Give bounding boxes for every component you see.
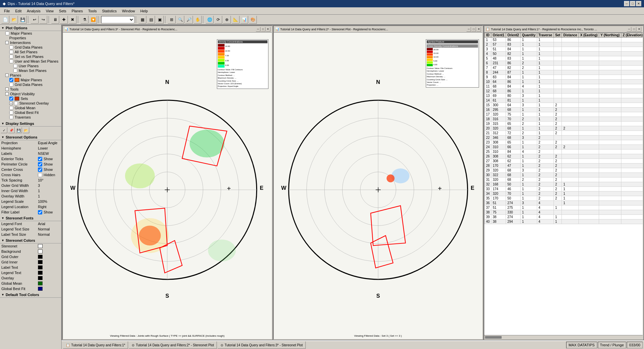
table-row[interactable]: 623186210.5 — [485, 61, 643, 66]
table-row[interactable]: 31320682221 — [485, 177, 643, 182]
sets-checkbox[interactable] — [9, 97, 13, 101]
table-row[interactable]: 126886113 — [485, 89, 643, 94]
plot-options-collapse[interactable]: ▼ — [1, 26, 4, 30]
table-row[interactable]: 37512751411 — [485, 205, 643, 210]
redo-button[interactable]: ↪ — [39, 16, 47, 24]
traverses-checkbox[interactable] — [9, 115, 13, 119]
grid-outer-color-box[interactable] — [38, 255, 43, 259]
table-row[interactable]: 824487110.3 — [485, 70, 643, 75]
legend-text-color-box[interactable] — [38, 271, 43, 275]
menu-help[interactable]: Help — [138, 8, 151, 14]
global-mean-item[interactable]: Global Mean — [0, 106, 61, 110]
menu-edit[interactable]: Edit — [13, 8, 24, 14]
stereonet1-minimize[interactable]: ─ — [256, 27, 260, 32]
filter-label-checkbox[interactable] — [38, 210, 42, 214]
planes-expand[interactable]: - Planes — [0, 73, 61, 78]
perimeter-circle-checkbox[interactable] — [38, 162, 42, 167]
background-color-box[interactable] — [38, 249, 43, 253]
global-best-fit-item[interactable]: Global Best Fit — [0, 110, 61, 115]
sets-item[interactable]: Sets — [0, 96, 61, 101]
user-and-mean-item[interactable]: User and Mean Set Planes — [0, 59, 61, 64]
grid-inner-color-box[interactable] — [38, 260, 43, 264]
table-row[interactable]: 21312722121 — [485, 131, 643, 136]
layout-btn2[interactable]: ▤ — [147, 16, 155, 24]
obj-vis-expand-icon[interactable]: - — [5, 92, 9, 96]
set-vs-set-checkbox[interactable] — [9, 55, 13, 59]
zoom-out[interactable]: 🔎 — [185, 16, 193, 24]
stereonet-overlay-item[interactable]: + Stereonet Overlay — [0, 101, 61, 106]
orient-btn[interactable]: ⊕ — [223, 16, 231, 24]
menu-window[interactable]: Window — [119, 8, 138, 14]
major-planes-item[interactable]: Major Planes — [0, 31, 61, 36]
taskbar-item-3[interactable]: ⊙ Tutorial 14 Data Query and Filters:3* … — [218, 341, 306, 349]
planes-major-item[interactable]: Major Planes — [0, 78, 61, 82]
table-row[interactable]: 2234668321 — [485, 136, 643, 140]
table-row[interactable]: 331744612211 — [485, 187, 643, 191]
table-row[interactable]: 54883113 — [485, 56, 643, 61]
user-planes-checkbox[interactable] — [13, 64, 17, 68]
data-close[interactable]: ✕ — [637, 27, 641, 32]
table-row[interactable]: 74782211 — [485, 66, 643, 70]
menu-sets[interactable]: Sets — [56, 8, 69, 14]
ds-pin-btn[interactable]: 📌 — [8, 127, 15, 133]
major-planes-checkbox[interactable] — [5, 31, 9, 35]
taskbar-item-1[interactable]: 📋 Tutorial 14 Data Query and Filters:1* — [63, 341, 128, 349]
table-row[interactable]: 146181111 — [485, 98, 643, 103]
global-best-fit-checkbox[interactable] — [9, 111, 13, 115]
contour-btn[interactable]: 🌐 — [206, 16, 214, 24]
table-row[interactable]: 116884411 — [485, 84, 643, 89]
table-row[interactable]: 98384110.75 — [485, 75, 643, 80]
center-cross-checkbox[interactable] — [38, 168, 42, 172]
global-mean-checkbox[interactable] — [9, 106, 13, 110]
layout-btn1[interactable]: ▦ — [138, 16, 146, 24]
set-vs-set-planes-item[interactable]: Set vs Set Planes — [0, 54, 61, 59]
menu-analysis[interactable]: Analysis — [24, 8, 43, 14]
menu-view[interactable]: View — [43, 8, 57, 14]
user-and-mean-checkbox[interactable] — [9, 59, 13, 63]
stereonet-color-box[interactable] — [38, 244, 43, 248]
table-row[interactable]: 343207012212 — [485, 191, 643, 196]
stereonet1-maximize[interactable]: □ — [261, 27, 265, 32]
table-row[interactable]: 17320751120.5 — [485, 112, 643, 117]
menu-statistics[interactable]: Statistics — [99, 8, 119, 14]
ds-check-btn[interactable]: ✓ — [1, 127, 7, 133]
stereonet2-maximize[interactable]: □ — [471, 27, 476, 32]
table-row[interactable]: 23308651221 — [485, 140, 643, 145]
table-row[interactable]: 40382941412 — [485, 219, 643, 224]
taskbar-item-2[interactable]: ⊙ Tutorial 14 Data Query and Filters:2* … — [129, 341, 217, 349]
object-visibility-expand[interactable]: - Object Visibility — [0, 92, 61, 96]
table-row[interactable]: 30322681220.3 — [485, 173, 643, 177]
maximize-button[interactable]: □ — [630, 1, 635, 6]
add-btn[interactable]: ✚ — [60, 16, 68, 24]
table-row[interactable]: 26308621221 — [485, 154, 643, 159]
mean-set-planes-item[interactable]: Mean Set Planes — [0, 68, 61, 73]
data-minimize[interactable]: ─ — [627, 27, 631, 32]
tools-expand[interactable]: - Tools — [0, 87, 61, 92]
stat-btn[interactable]: 📊 — [240, 16, 248, 24]
minimize-button[interactable]: ─ — [624, 1, 629, 6]
measure-btn[interactable]: 📐 — [232, 16, 240, 24]
new-button[interactable]: 📄 — [1, 16, 9, 24]
undo-button[interactable]: ↩ — [31, 16, 39, 24]
remove-btn[interactable]: ✖ — [69, 16, 77, 24]
mean-set-planes-checkbox[interactable] — [13, 69, 17, 73]
cross-hairs-checkbox[interactable] — [38, 173, 42, 177]
grid-data-planes-checkbox[interactable] — [9, 45, 13, 49]
table-row[interactable]: 25783111 — [485, 42, 643, 47]
table-row[interactable]: 28170471221.5 — [485, 164, 643, 168]
table-row[interactable]: 15386112 — [485, 38, 643, 42]
table-row[interactable]: 203206811220.4 — [485, 126, 643, 131]
table-row[interactable]: 39382741411 — [485, 215, 643, 219]
set-dropdown[interactable]: Set 1 — [101, 16, 134, 23]
global-mean-color-box[interactable] — [38, 281, 43, 285]
planes-major-checkbox[interactable] — [9, 78, 13, 82]
planes-grid-item[interactable]: Grid Data Planes — [0, 82, 61, 87]
colors-collapse[interactable]: ▼ — [1, 239, 4, 242]
menu-planes[interactable]: Planes — [69, 8, 85, 14]
tools-expand-icon[interactable]: - — [5, 88, 9, 91]
set-color-btn[interactable]: 🎨 — [249, 16, 257, 24]
ds-load-btn[interactable]: 📂 — [23, 127, 29, 133]
planes-grid-checkbox[interactable] — [9, 83, 13, 87]
stereonet2-close[interactable]: ✕ — [476, 27, 481, 32]
table-row[interactable]: 18316702121 — [485, 117, 643, 122]
